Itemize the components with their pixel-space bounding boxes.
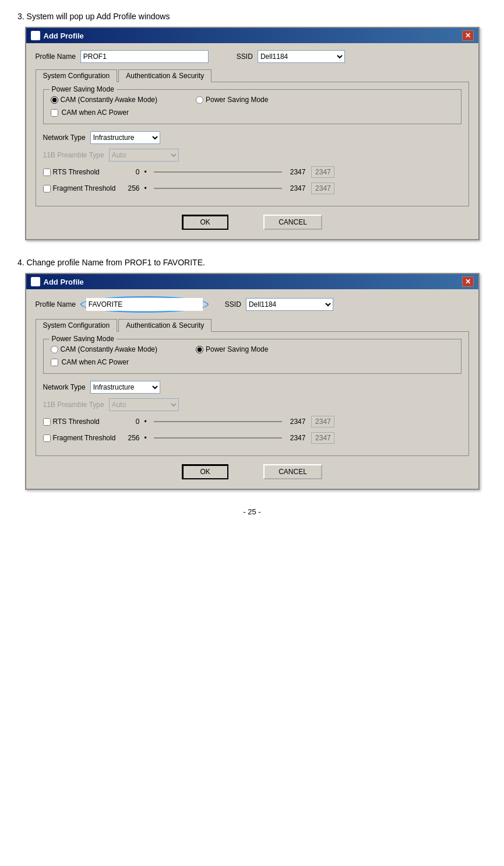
dialog2-cam-label: CAM (Constantly Awake Mode): [61, 345, 158, 353]
dialog1-tab-auth[interactable]: Authentication & Security: [118, 69, 212, 82]
dialog2-profile-name-highlight: [80, 296, 209, 313]
dialog2-network-type-row: Network Type Infrastructure: [43, 381, 461, 394]
dialog1-cam-radio[interactable]: [51, 96, 58, 104]
dialog1-fragment-checkbox[interactable]: [43, 185, 51, 192]
dialog2-radio-row: CAM (Constantly Awake Mode) Power Saving…: [51, 345, 454, 353]
dialog2-profile-name-input[interactable]: [86, 298, 203, 311]
dialog2-preamble-select: Auto: [109, 398, 179, 411]
dialog2-tabs: System Configuration Authentication & Se…: [36, 318, 469, 331]
dialog2-rts-row: RTS Threshold 0 • 2347: [43, 416, 461, 427]
dialog1-tab-content: Power Saving Mode CAM (Constantly Awake …: [36, 82, 469, 206]
dialog2-fragment-value-input: [311, 432, 334, 444]
dialog2-body: Profile Name SSID Dell1184 System Config…: [26, 289, 478, 489]
dialog1-rts-checkbox[interactable]: [43, 169, 51, 176]
dialog1-fragment-max: 2347: [290, 184, 306, 192]
dialog1-titlebar: Add Profile ✕: [26, 28, 478, 43]
dialog2-profile-name-row: Profile Name SSID Dell1184: [36, 296, 469, 313]
dialog2-cancel-button[interactable]: CANCEL: [263, 464, 322, 479]
dialog2-rts-checkbox[interactable]: [43, 418, 51, 426]
dialog2-preamble-row: 11B Preamble Type Auto: [43, 398, 461, 411]
dialog1-fragment-min: 256: [122, 184, 140, 192]
add-profile-dialog-2: Add Profile ✕ Profile Name SSID Dell1184…: [25, 273, 480, 490]
dialog2-title-group: Add Profile: [31, 277, 84, 286]
dialog2-tab-auth[interactable]: Authentication & Security: [118, 319, 212, 332]
dialog1-rts-slider[interactable]: [154, 171, 282, 173]
dialog2-rts-label: RTS Threshold: [53, 418, 100, 426]
dialog2-title-text: Add Profile: [44, 278, 84, 286]
dialog1-cam-ac-checkbox[interactable]: [51, 109, 58, 117]
dialog2-rts-slider[interactable]: [154, 421, 282, 422]
dialog2-cam-ac-checkbox[interactable]: [51, 359, 58, 366]
dialog1-ssid-label: SSID: [237, 52, 253, 61]
dialog1-fragment-row: Fragment Threshold 256 • 2347: [43, 183, 461, 194]
dialog1-fragment-slider[interactable]: [154, 188, 282, 189]
dialog2-psm-radio[interactable]: [196, 346, 203, 353]
dialog2-power-saving-group: Power Saving Mode CAM (Constantly Awake …: [43, 339, 461, 374]
dialog2-ssid-label: SSID: [225, 300, 241, 308]
dialog2-psm-option[interactable]: Power Saving Mode: [196, 345, 268, 353]
dialog2-cam-ac-row: CAM when AC Power: [51, 358, 454, 366]
dialog1-cam-ac-row: CAM when AC Power: [51, 108, 454, 117]
dialog1-preamble-label: 11B Preamble Type: [43, 151, 104, 159]
dialog2-network-type-select[interactable]: Infrastructure: [90, 381, 160, 394]
dialog2-title-icon: [31, 277, 40, 286]
dialog1-psm-radio[interactable]: [196, 96, 203, 104]
dialog2-fragment-min: 256: [122, 434, 140, 442]
dialog2-profile-name-label: Profile Name: [36, 300, 76, 308]
dialog2-power-saving-title: Power Saving Mode: [50, 335, 117, 343]
dialog1-cancel-button[interactable]: CANCEL: [263, 215, 322, 230]
dialog2-network-type-label: Network Type: [43, 383, 86, 391]
dialog2-preamble-label: 11B Preamble Type: [43, 401, 104, 409]
dialog1-fragment-check-label: Fragment Threshold: [43, 184, 119, 192]
dialog2-close-button[interactable]: ✕: [462, 276, 474, 287]
dialog2-titlebar: Add Profile ✕: [26, 274, 478, 289]
dialog1-preamble-row: 11B Preamble Type Auto: [43, 149, 461, 162]
dialog1-psm-option[interactable]: Power Saving Mode: [196, 96, 268, 104]
dialog1-profile-name-row: Profile Name SSID Dell1184: [36, 50, 469, 63]
dialog2-psm-label: Power Saving Mode: [206, 345, 268, 353]
dialog1-body: Profile Name SSID Dell1184 System Config…: [26, 43, 478, 239]
dialog1-power-saving-title: Power Saving Mode: [50, 85, 117, 93]
dialog2-rts-check-label: RTS Threshold: [43, 418, 119, 426]
dialog1-button-row: OK CANCEL: [36, 215, 469, 230]
dialog1-ok-button[interactable]: OK: [182, 215, 228, 230]
dialog1-title-group: Add Profile: [31, 31, 84, 40]
dialog1-tabs: System Configuration Authentication & Se…: [36, 69, 469, 82]
dialog1-rts-check-label: RTS Threshold: [43, 168, 119, 176]
dialog2-fragment-row: Fragment Threshold 256 • 2347: [43, 432, 461, 444]
dialog1-title-text: Add Profile: [44, 31, 84, 40]
dialog1-cam-ac-label: CAM when AC Power: [62, 108, 129, 117]
add-profile-dialog-1: Add Profile ✕ Profile Name SSID Dell1184…: [25, 27, 480, 240]
dialog2-rts-min: 0: [122, 418, 140, 426]
dialog1-close-button[interactable]: ✕: [462, 30, 474, 41]
dialog1-profile-name-input[interactable]: [80, 50, 209, 63]
dialog2-fragment-max: 2347: [290, 434, 306, 442]
dialog2-ok-button[interactable]: OK: [182, 464, 228, 479]
dialog2-rts-max: 2347: [290, 418, 306, 426]
dialog1-ssid-select[interactable]: Dell1184: [258, 50, 345, 63]
step3-label: 3. System will pop up Add Profile window…: [17, 12, 487, 21]
dialog2-tab-system[interactable]: System Configuration: [36, 319, 118, 332]
dialog2-cam-option[interactable]: CAM (Constantly Awake Mode): [51, 345, 158, 353]
dialog2-fragment-slider[interactable]: [154, 437, 282, 439]
dialog1-fragment-value-input: [311, 183, 334, 194]
dialog2-fragment-checkbox[interactable]: [43, 434, 51, 442]
dialog1-preamble-select: Auto: [109, 149, 179, 162]
dialog2-fragment-label: Fragment Threshold: [53, 434, 116, 442]
dialog1-cam-option[interactable]: CAM (Constantly Awake Mode): [51, 96, 158, 104]
dialog1-network-type-select[interactable]: Infrastructure: [90, 131, 160, 144]
dialog1-title-icon: [31, 31, 40, 40]
dialog1-network-type-label: Network Type: [43, 134, 86, 142]
step4-label: 4. Change profile Name from PROF1 to FAV…: [17, 258, 487, 267]
dialog2-button-row: OK CANCEL: [36, 464, 469, 479]
dialog1-profile-name-label: Profile Name: [36, 52, 76, 61]
dialog2-cam-ac-label: CAM when AC Power: [62, 358, 129, 366]
dialog1-tab-system[interactable]: System Configuration: [36, 69, 118, 82]
dialog2-cam-radio[interactable]: [51, 346, 58, 353]
dialog1-rts-row: RTS Threshold 0 • 2347: [43, 166, 461, 178]
dialog1-cam-label: CAM (Constantly Awake Mode): [61, 96, 158, 104]
dialog2-ssid-select[interactable]: Dell1184: [246, 298, 333, 311]
dialog1-rts-min: 0: [122, 168, 140, 176]
dialog1-rts-value-input: [311, 166, 334, 178]
dialog1-power-saving-group: Power Saving Mode CAM (Constantly Awake …: [43, 89, 461, 124]
